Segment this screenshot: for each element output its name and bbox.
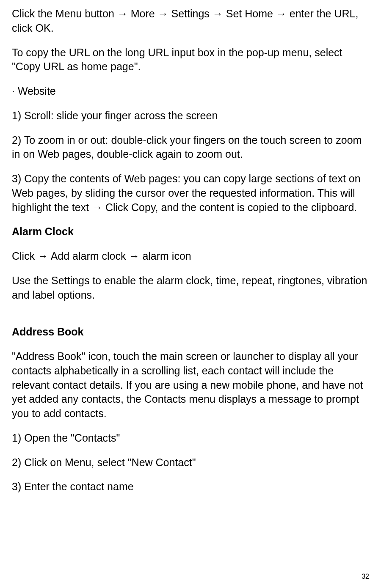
list-item: 3) Copy the contents of Web pages: you c…	[12, 172, 369, 214]
paragraph: Click → Add alarm clock → alarm icon	[12, 249, 369, 264]
page-number: 32	[362, 573, 369, 580]
list-item: 2) To zoom in or out: double-click your …	[12, 133, 369, 162]
list-item: 3) Enter the contact name	[12, 480, 369, 494]
document-content: Click the Menu button → More → Settings …	[12, 7, 369, 494]
paragraph: Use the Settings to enable the alarm clo…	[12, 274, 369, 302]
list-item: 1) Open the "Contacts"	[12, 431, 369, 445]
heading-alarm-clock: Alarm Clock	[12, 225, 369, 239]
paragraph: To copy the URL on the long URL input bo…	[12, 46, 369, 74]
heading-address-book: Address Book	[12, 325, 369, 339]
paragraph: Click the Menu button → More → Settings …	[12, 7, 369, 36]
list-item: 1) Scroll: slide your finger across the …	[12, 109, 369, 123]
spacing	[12, 312, 369, 325]
list-item: 2) Click on Menu, select "New Contact"	[12, 456, 369, 470]
paragraph: "Address Book" icon, touch the main scre…	[12, 349, 369, 421]
bullet-item: · Website	[12, 84, 369, 99]
